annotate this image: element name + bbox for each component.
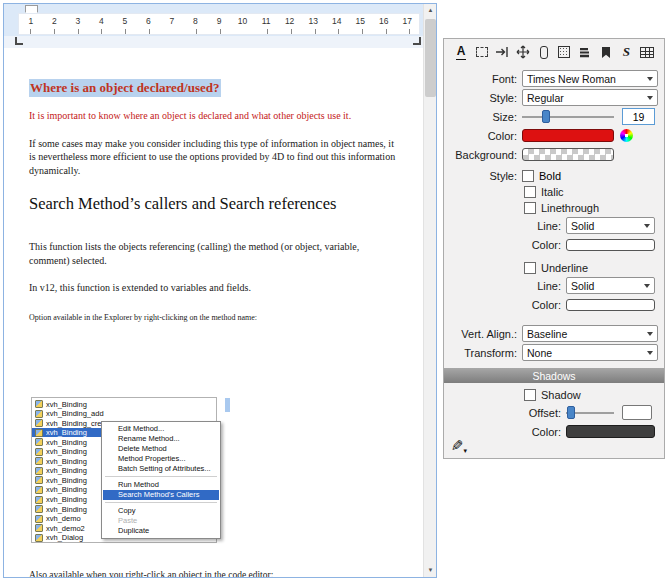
tab-stop-icon[interactable]	[493, 42, 511, 62]
method-icon	[35, 467, 43, 475]
style-select[interactable]: Regular	[522, 89, 658, 106]
method-label: xvh_Binding	[46, 466, 87, 475]
context-menu-item[interactable]: Duplicate	[103, 526, 219, 536]
doc-heading-2[interactable]: Search Method’s callers and Search refer…	[29, 194, 409, 214]
offset-slider[interactable]	[566, 406, 614, 420]
tab-stop-row[interactable]	[4, 36, 423, 48]
doc-paragraph-3[interactable]: This function lists the objects referenc…	[29, 240, 389, 267]
context-menu-item[interactable]: Run Method	[103, 480, 219, 490]
scroll-down-arrow[interactable]: ▼	[424, 564, 437, 577]
underline-line-select[interactable]: Solid	[566, 277, 655, 294]
doc-paragraph-5[interactable]: Option available in the Explorer by righ…	[29, 313, 401, 324]
background-color-swatch[interactable]	[522, 148, 614, 161]
method-label: xvh_Binding_add	[46, 409, 104, 418]
scrollbar-thumb[interactable]	[425, 19, 436, 97]
font-select[interactable]: Times New Roman	[522, 70, 658, 87]
move-icon[interactable]	[514, 42, 532, 62]
color-row: Color:	[444, 126, 664, 145]
doc-paragraph-6[interactable]: Also available when you right-click an o…	[29, 569, 401, 577]
size-label: Size:	[444, 111, 522, 123]
doc-paragraph-1[interactable]: It is important to know where an object …	[29, 109, 401, 123]
ruler-number: 10	[231, 14, 255, 28]
offset-value-box[interactable]	[622, 405, 652, 420]
method-list-item[interactable]: xvh_Binding	[32, 399, 216, 409]
shadow-color-label: Color:	[444, 426, 566, 438]
size-input[interactable]	[622, 108, 655, 125]
method-label: xvh_Binding	[46, 438, 87, 447]
size-slider-thumb[interactable]	[542, 110, 550, 123]
context-menu-item[interactable]: Paste	[103, 516, 219, 526]
linethrough-checkbox[interactable]	[524, 202, 536, 214]
method-label: xvh_Dialog	[46, 533, 83, 542]
size-slider[interactable]	[522, 110, 614, 124]
frame-icon[interactable]	[535, 42, 553, 62]
text-color-swatch[interactable]	[522, 129, 614, 142]
style-value: Regular	[527, 92, 564, 104]
text-format-icon[interactable]: A	[452, 42, 470, 62]
context-menu-item[interactable]	[105, 502, 217, 503]
context-menu-item[interactable]: Rename Method...	[103, 434, 219, 444]
italic-checkbox[interactable]	[524, 186, 536, 198]
transform-label: Transform:	[444, 347, 522, 359]
method-label: xvh_Binding	[46, 457, 87, 466]
doc-paragraph-4[interactable]: In v12, this function is extended to var…	[29, 281, 401, 295]
layers-icon[interactable]	[576, 42, 594, 62]
method-list-item[interactable]: xvh_Binding_add	[32, 409, 216, 419]
ruler-numbers: 1234567891011121314151617	[19, 14, 419, 28]
underline-checkbox[interactable]	[524, 262, 536, 274]
context-menu-item[interactable]	[105, 476, 217, 477]
vert-align-label: Vert. Align.:	[444, 328, 522, 340]
selected-text[interactable]: Where is an object declared/used?	[29, 79, 221, 97]
doc-paragraph-2[interactable]: If some cases may make you consider incl…	[29, 137, 401, 178]
style-icon[interactable]: S	[617, 42, 635, 62]
method-icon	[35, 400, 43, 408]
context-menu-item[interactable]: Batch Setting of Attributes...	[103, 464, 219, 474]
doc-heading-1[interactable]: Where is an object declared/used?	[29, 80, 409, 96]
context-menu-item[interactable]: Edit Method...	[103, 424, 219, 434]
context-menu-item[interactable]: Copy	[103, 506, 219, 516]
context-menu-item[interactable]: Search Method's Callers	[103, 490, 219, 500]
edit-pencil-icon[interactable]: ✎▾	[451, 437, 467, 455]
italic-row: Italic	[444, 184, 664, 200]
offset-label: Offset:	[444, 407, 566, 419]
embedded-screenshot: xvh_Binding xvh_Binding_add xvh_Binding_…	[31, 397, 231, 543]
ruler-number: 5	[113, 14, 137, 28]
tab-marker-left[interactable]	[15, 37, 23, 45]
tab-marker-right[interactable]	[413, 37, 421, 45]
offset-slider-thumb[interactable]	[567, 406, 575, 419]
color-label: Color:	[444, 130, 522, 142]
shadow-color-swatch[interactable]	[566, 425, 655, 438]
method-icon	[35, 534, 43, 542]
linethrough-line-select[interactable]: Solid	[566, 217, 655, 234]
scroll-up-arrow[interactable]: ▲	[424, 4, 437, 17]
background-row: Background:	[444, 145, 664, 164]
selection-icon[interactable]	[473, 42, 491, 62]
transform-select[interactable]: None	[522, 344, 658, 361]
linethrough-color-swatch[interactable]	[566, 239, 655, 251]
vertical-scrollbar[interactable]: ▲ ▼	[423, 4, 436, 577]
ruler-number: 15	[348, 14, 372, 28]
table-icon[interactable]	[638, 42, 656, 62]
shadow-checkbox[interactable]	[524, 389, 536, 401]
document-content[interactable]: Where is an object declared/used? It is …	[4, 49, 423, 577]
size-row: Size:	[444, 107, 664, 126]
context-menu-item[interactable]: Delete Method	[103, 444, 219, 454]
context-menu-item[interactable]: Method Properties...	[103, 454, 219, 464]
ruler-number: 2	[43, 14, 67, 28]
bold-checkbox[interactable]	[522, 170, 534, 182]
ruler-number: 7	[160, 14, 184, 28]
shadow-label: Shadow	[541, 389, 581, 401]
method-label: xvh_demo	[46, 514, 81, 523]
pattern-icon[interactable]	[555, 42, 573, 62]
ruler-number: 3	[66, 14, 90, 28]
method-label: xvh_Binding	[46, 447, 87, 456]
vert-align-select[interactable]: Baseline	[522, 325, 658, 342]
font-value: Times New Roman	[527, 73, 616, 85]
method-icon	[35, 524, 43, 532]
bookmark-icon[interactable]	[597, 42, 615, 62]
ruler[interactable]: 1234567891011121314151617	[4, 4, 423, 48]
color-wheel-icon[interactable]	[620, 129, 633, 142]
method-label: xvh_Binding	[46, 476, 87, 485]
linethrough-line-row: Line: Solid	[444, 216, 664, 235]
underline-color-swatch[interactable]	[566, 299, 655, 311]
